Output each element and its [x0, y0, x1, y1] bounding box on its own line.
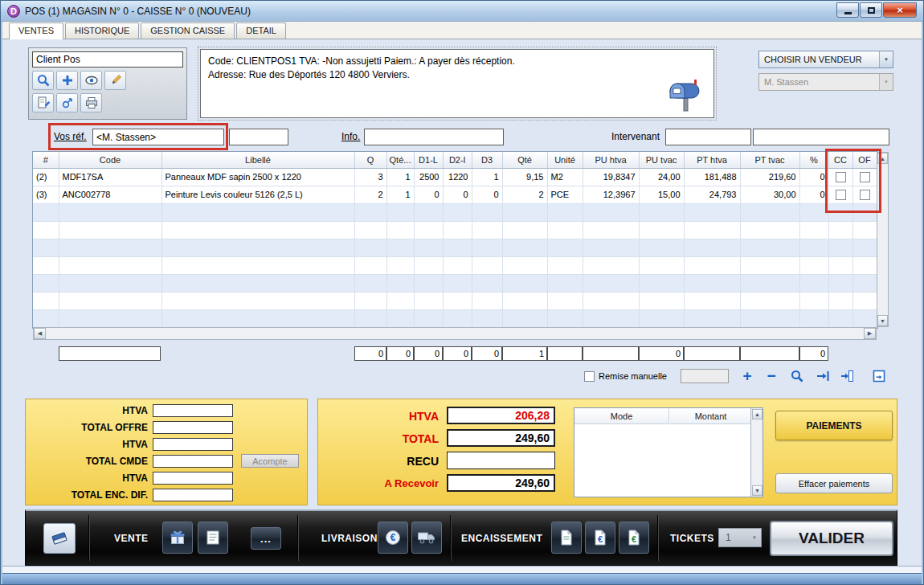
tab-detail[interactable]: DETAIL — [236, 22, 286, 39]
table-row[interactable]: (3) ANC002778 Peinture Levis couleur 512… — [33, 186, 877, 203]
col-d3[interactable]: D3 — [472, 152, 502, 168]
col-pt-tvac[interactable]: PT tvac — [740, 152, 799, 168]
minus-icon: − — [767, 369, 775, 383]
total-cmde-label: TOTAL CMDE — [26, 456, 153, 467]
search-article-button[interactable] — [787, 366, 807, 386]
scroll-up-button[interactable]: ▲ — [752, 409, 763, 419]
htva-offre-field — [153, 404, 233, 417]
col-qte2[interactable]: Qté... — [386, 152, 414, 168]
insert-document-button[interactable] — [836, 366, 857, 386]
insert-line-icon — [816, 369, 830, 383]
scroll-left-button[interactable]: ◀ — [34, 328, 46, 339]
remise-input — [681, 369, 729, 383]
col-libelle[interactable]: Libellé — [161, 152, 354, 168]
livraison-paiement-button[interactable]: € — [378, 522, 408, 554]
close-button[interactable]: × — [883, 2, 917, 18]
insert-line-button[interactable] — [812, 366, 833, 386]
pencil-icon — [108, 73, 123, 88]
edit-document-button[interactable] — [32, 93, 54, 112]
intervenant1-input[interactable] — [665, 129, 751, 145]
insert-document-icon — [840, 369, 854, 383]
window-bottom-frame — [2, 573, 922, 584]
gift-button[interactable] — [162, 522, 193, 554]
info-label[interactable]: Info. — [341, 131, 360, 142]
tab-ventes[interactable]: VENTES — [9, 22, 63, 39]
col-d2l[interactable]: D2-l — [443, 152, 472, 168]
print-client-button[interactable] — [80, 93, 102, 112]
scroll-right-button[interactable]: ▶ — [864, 328, 876, 339]
vendor-select[interactable]: CHOISIR UN VENDEUR ▼ — [758, 51, 893, 68]
valider-button[interactable]: VALIDER — [770, 521, 893, 556]
minimize-button[interactable] — [836, 2, 859, 18]
tickets-value: 1 — [719, 532, 748, 543]
notes-button[interactable] — [198, 522, 228, 554]
options-button[interactable] — [56, 93, 78, 112]
paiements-button[interactable]: PAIEMENTS — [775, 411, 893, 440]
table-row-empty — [33, 239, 877, 256]
grid-horizontal-scrollbar[interactable]: ◀ ▶ — [33, 327, 877, 340]
ref2-input[interactable] — [229, 129, 288, 145]
mailbox-icon[interactable] — [667, 79, 704, 112]
scroll-left-icon: ◀ — [38, 330, 42, 337]
chevron-down-icon: ▼ — [748, 535, 761, 540]
col-q[interactable]: Q — [354, 152, 386, 168]
scroll-down-button[interactable]: ▼ — [752, 485, 763, 496]
htva-offre-label: HTVA — [26, 405, 153, 416]
search-client-button[interactable] — [32, 71, 54, 90]
recu-label: RECU — [326, 455, 439, 468]
remove-line-button[interactable]: − — [761, 366, 782, 386]
intervenant2-input[interactable] — [753, 129, 889, 145]
vendor-selected-select: M. Stassen ▼ — [758, 73, 893, 91]
col-qte[interactable]: Qté — [502, 152, 547, 168]
maximize-button[interactable] — [860, 2, 882, 18]
edit-client-button[interactable] — [104, 71, 126, 90]
window-controls: × — [836, 1, 917, 18]
col-unite[interactable]: Unité — [547, 152, 583, 168]
add-line-button[interactable]: + — [737, 366, 758, 386]
recu-input[interactable] — [447, 452, 555, 469]
col-pt-htva[interactable]: PT htva — [684, 152, 740, 168]
toolbar-separator — [657, 515, 659, 561]
app-logo-icon: D — [7, 5, 20, 18]
client-panel — [28, 47, 187, 120]
tickets-select: 1 ▼ — [718, 528, 762, 547]
effacer-paiements-button[interactable]: Effacer paiements — [775, 473, 893, 493]
scroll-down-button[interactable]: ▼ — [877, 315, 888, 326]
facture-euro-button[interactable]: € — [585, 522, 615, 554]
view-client-button[interactable] — [80, 71, 102, 90]
footer-field: 0 — [472, 346, 502, 361]
col-pu-tvac[interactable]: PU tvac — [639, 152, 684, 168]
more-options-button[interactable]: ... — [251, 527, 281, 550]
footer-field — [684, 346, 740, 361]
col-num[interactable]: # — [33, 152, 59, 168]
document-euro-icon: € — [592, 529, 608, 546]
livraison-button[interactable] — [411, 522, 442, 554]
tab-gestion-caisse[interactable]: GESTION CAISSE — [141, 22, 235, 39]
toolbar-separator — [450, 515, 452, 561]
payments-table: Mode Montant ▲ ▼ — [574, 407, 763, 497]
pos-window: D POS (1) MAGASIN N° 0 - CAISSE N° 0 (NO… — [0, 0, 924, 585]
add-client-button[interactable] — [56, 71, 78, 90]
remise-checkbox[interactable] — [584, 371, 595, 382]
col-d1l[interactable]: D1-L — [414, 152, 443, 168]
chevron-down-icon: ▼ — [879, 51, 893, 68]
tab-historique[interactable]: HISTORIQUE — [65, 22, 139, 39]
toolbar-separator — [88, 515, 90, 561]
info-input[interactable] — [364, 129, 504, 145]
acompte-button: Acompte — [241, 454, 299, 468]
table-row[interactable]: (2) MDF17SA Panneaux MDF sapin 2500 x 12… — [33, 168, 877, 186]
table-row-empty — [33, 274, 877, 292]
svg-text:€: € — [632, 534, 636, 544]
footer-field: 0 — [354, 346, 386, 361]
expand-grid-button[interactable] — [869, 366, 889, 386]
payments-scrollbar[interactable]: ▲ ▼ — [750, 408, 763, 497]
col-code[interactable]: Code — [59, 152, 161, 168]
client-search-input[interactable] — [32, 51, 183, 68]
ticket-document-button[interactable] — [551, 522, 582, 554]
col-pu-htva[interactable]: PU htva — [583, 152, 639, 168]
note-credit-euro-button[interactable]: € — [619, 522, 649, 554]
footer-field — [547, 346, 583, 361]
clear-sale-button[interactable] — [43, 523, 76, 554]
table-row-empty — [33, 292, 877, 309]
col-pct[interactable]: % — [799, 152, 828, 168]
